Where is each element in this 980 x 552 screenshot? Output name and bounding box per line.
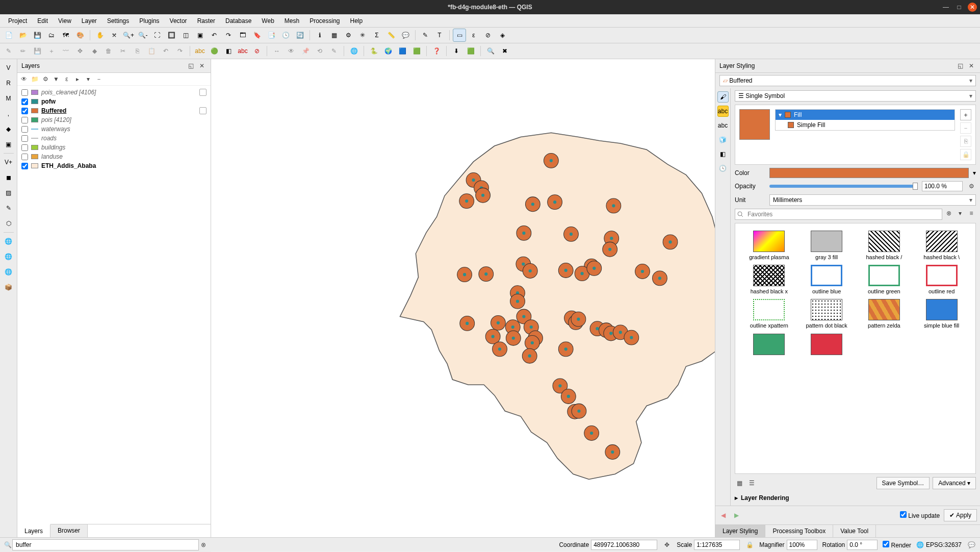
remove-layer-icon[interactable]: － xyxy=(94,74,104,84)
layer-label[interactable]: landuse xyxy=(41,153,63,160)
pan-icon[interactable]: ✋ xyxy=(93,29,107,42)
zoom-layer-icon[interactable]: ▣ xyxy=(193,29,207,42)
layer-item[interactable]: Buffered xyxy=(20,106,208,115)
panel-undock-icon[interactable]: ◱ xyxy=(186,61,195,70)
remove-symbol-layer-icon[interactable]: － xyxy=(960,122,971,134)
symbol-tree[interactable]: ▾ Fill Simple Fill xyxy=(775,109,955,131)
zoom-out-icon[interactable]: 🔍- xyxy=(136,29,149,42)
renderer-select[interactable]: ☰ Single Symbol ▾ xyxy=(735,90,976,102)
menu-view[interactable]: View xyxy=(53,16,76,26)
filter-legend-icon[interactable]: ▼ xyxy=(51,74,61,84)
select-all-icon[interactable]: ◈ xyxy=(496,29,509,42)
diagram-icon[interactable]: ◧ xyxy=(222,44,235,58)
layer-indicator-icon[interactable] xyxy=(199,107,207,114)
menu-settings[interactable]: Settings xyxy=(102,16,134,26)
layer-label[interactable]: pois [4120] xyxy=(41,116,71,123)
plugin1-icon[interactable]: 🟦 xyxy=(396,44,409,58)
layer-item[interactable]: pois_cleaned [4106] xyxy=(20,88,208,97)
minimize-button[interactable]: — xyxy=(941,3,950,12)
map-canvas[interactable] xyxy=(211,59,715,537)
tab-processing-toolbox[interactable]: Processing Toolbox xyxy=(765,525,833,537)
render-checkbox[interactable]: Render xyxy=(883,541,911,549)
style-redo-icon[interactable]: ▶ xyxy=(732,511,741,520)
label-rule-icon[interactable]: 🟢 xyxy=(208,44,221,58)
layer-visibility-checkbox[interactable] xyxy=(21,89,28,96)
toggle-editing-icon[interactable]: ✏ xyxy=(16,44,30,58)
layer-item[interactable]: waterways xyxy=(20,124,208,134)
select-by-value-icon[interactable]: ε xyxy=(467,29,480,42)
menu-project[interactable]: Project xyxy=(3,16,32,26)
style-view-icons-icon[interactable]: ▦ xyxy=(735,479,744,488)
menu-database[interactable]: Database xyxy=(220,16,256,26)
measure-icon[interactable]: 📏 xyxy=(384,29,398,42)
style-config-icon[interactable]: ≡ xyxy=(967,209,976,218)
style-preset[interactable]: pattern zelda xyxy=(858,299,911,329)
symbol-tree-simple-fill[interactable]: Simple Fill xyxy=(776,120,955,130)
style-preset[interactable] xyxy=(742,334,796,355)
vertex-tool-icon[interactable]: ◆ xyxy=(88,44,101,58)
stats-icon[interactable]: Σ xyxy=(370,29,383,42)
masks-tab-icon[interactable]: abc xyxy=(717,120,729,131)
tab-layers[interactable]: Layers xyxy=(17,524,50,537)
history-tab-icon[interactable]: 🕓 xyxy=(717,163,729,174)
lock-symbol-icon[interactable]: 🔒 xyxy=(960,149,971,160)
layer-label[interactable]: Buffered xyxy=(41,107,66,114)
layer-item[interactable]: buildings xyxy=(20,143,208,152)
style-preset[interactable] xyxy=(800,334,854,355)
plugin4-icon[interactable]: 🔍 xyxy=(484,44,497,58)
clear-search-icon[interactable]: ⊗ xyxy=(944,209,953,218)
georef-icon[interactable]: ⬇ xyxy=(450,44,463,58)
scale-input[interactable] xyxy=(694,540,740,550)
menu-mesh[interactable]: Mesh xyxy=(279,16,304,26)
new-temp-icon[interactable]: ✎ xyxy=(2,202,15,215)
save-edits-icon[interactable]: 💾 xyxy=(31,44,44,58)
panel-close-icon[interactable]: ✕ xyxy=(197,61,207,70)
add-virtual-icon[interactable]: ▣ xyxy=(2,138,15,151)
plugin2-icon[interactable]: 🟩 xyxy=(410,44,423,58)
close-button[interactable]: ✕ xyxy=(968,3,977,12)
identify-icon[interactable]: ℹ xyxy=(313,29,326,42)
color-dropdown-icon[interactable]: ▾ xyxy=(973,169,976,177)
crs-button[interactable]: 🌐 EPSG:32637 xyxy=(916,541,962,548)
redo-icon[interactable]: ↷ xyxy=(173,44,187,58)
layer-item[interactable]: pofw xyxy=(20,97,208,106)
bookmarks-icon[interactable]: 📑 xyxy=(265,29,278,42)
select-features-icon[interactable]: ▭ xyxy=(453,29,466,42)
add-spatialite-icon[interactable]: ◆ xyxy=(2,122,15,136)
locator-input[interactable] xyxy=(12,539,199,550)
layer-item[interactable]: roads xyxy=(20,134,208,143)
style-preset[interactable]: outline red xyxy=(915,265,968,295)
add-mesh-icon[interactable]: M xyxy=(2,92,15,105)
manage-themes-icon[interactable]: ⚙ xyxy=(41,74,50,84)
new-spatialite-icon[interactable]: ▨ xyxy=(2,186,15,199)
map-tips-icon[interactable]: 💬 xyxy=(399,29,412,42)
layer-label[interactable]: pois_cleaned [4106] xyxy=(41,89,96,96)
layer-visibility-checkbox[interactable] xyxy=(21,117,28,123)
layout-manager-icon[interactable]: 🗺 xyxy=(59,29,72,42)
digitize-icon[interactable]: 〰 xyxy=(59,44,72,58)
layer-visibility-checkbox[interactable] xyxy=(21,108,28,114)
style-type-dropdown-icon[interactable]: ▾ xyxy=(956,209,965,218)
layer-label[interactable]: waterways xyxy=(41,126,70,133)
style-undo-icon[interactable]: ◀ xyxy=(718,511,728,520)
live-update-checkbox[interactable]: Live update xyxy=(900,511,940,519)
style-search-input[interactable] xyxy=(735,209,942,220)
new-shapefile-icon[interactable]: V+ xyxy=(2,156,15,169)
label-pin-icon[interactable]: 📌 xyxy=(299,44,312,58)
menu-processing[interactable]: Processing xyxy=(304,16,345,26)
new-bookmark-icon[interactable]: 🔖 xyxy=(250,29,264,42)
lock-scale-icon[interactable]: 🔒 xyxy=(745,540,754,549)
opacity-dd-icon[interactable]: ⚙ xyxy=(967,182,976,191)
color-picker[interactable] xyxy=(769,168,969,178)
plugin3-icon[interactable]: 🟩 xyxy=(464,44,477,58)
add-wms-icon[interactable]: 🌐 xyxy=(2,235,15,248)
text-annotation-icon[interactable]: T xyxy=(433,29,446,42)
diagrams-tab-icon[interactable]: ◧ xyxy=(717,148,729,160)
zoom-selection-icon[interactable]: ◫ xyxy=(179,29,192,42)
style-preset[interactable]: outline blue xyxy=(800,265,854,295)
add-raster-icon[interactable]: R xyxy=(2,77,15,90)
rotation-input[interactable] xyxy=(847,540,878,550)
annotation-icon[interactable]: ✎ xyxy=(419,29,432,42)
new-project-icon[interactable]: 📄 xyxy=(2,29,15,42)
plugin5-icon[interactable]: ✖ xyxy=(498,44,511,58)
